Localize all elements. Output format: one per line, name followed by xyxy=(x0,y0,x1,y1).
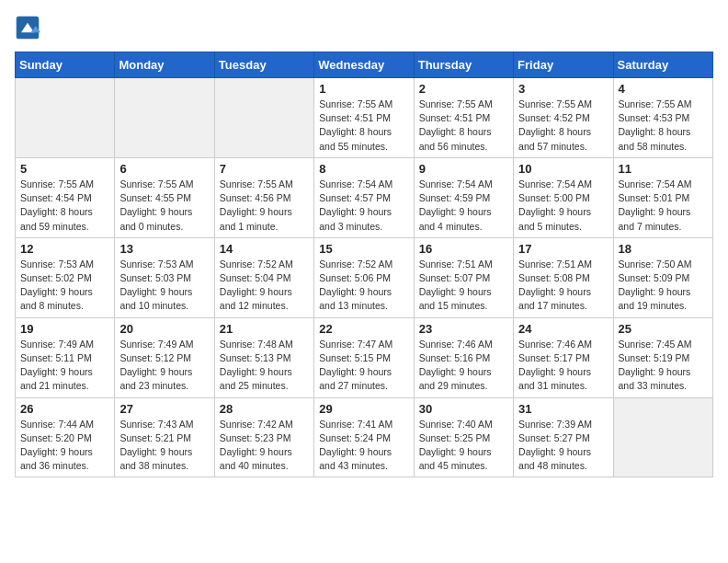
calendar-cell: 27Sunrise: 7:43 AM Sunset: 5:21 PM Dayli… xyxy=(115,397,214,477)
day-number: 15 xyxy=(319,242,408,256)
calendar-cell xyxy=(115,78,214,158)
day-number: 22 xyxy=(319,322,408,336)
col-header-monday: Monday xyxy=(115,52,214,78)
calendar-cell xyxy=(16,78,115,158)
calendar-cell: 14Sunrise: 7:52 AM Sunset: 5:04 PM Dayli… xyxy=(214,237,313,317)
day-info: Sunrise: 7:52 AM Sunset: 5:06 PM Dayligh… xyxy=(319,258,408,314)
calendar-cell xyxy=(214,78,313,158)
day-number: 29 xyxy=(319,402,408,416)
calendar-cell: 4Sunrise: 7:55 AM Sunset: 4:53 PM Daylig… xyxy=(613,78,712,158)
calendar-cell: 29Sunrise: 7:41 AM Sunset: 5:24 PM Dayli… xyxy=(314,397,414,477)
week-row-5: 26Sunrise: 7:44 AM Sunset: 5:20 PM Dayli… xyxy=(16,397,713,477)
calendar-table: SundayMondayTuesdayWednesdayThursdayFrid… xyxy=(15,52,713,477)
day-number: 3 xyxy=(518,82,608,96)
day-number: 6 xyxy=(119,162,209,176)
day-number: 2 xyxy=(419,82,508,96)
calendar-cell: 24Sunrise: 7:46 AM Sunset: 5:17 PM Dayli… xyxy=(514,317,613,397)
calendar-cell: 25Sunrise: 7:45 AM Sunset: 5:19 PM Dayli… xyxy=(613,317,712,397)
day-info: Sunrise: 7:53 AM Sunset: 5:03 PM Dayligh… xyxy=(119,258,209,314)
calendar-cell: 10Sunrise: 7:54 AM Sunset: 5:00 PM Dayli… xyxy=(514,157,613,237)
day-info: Sunrise: 7:41 AM Sunset: 5:24 PM Dayligh… xyxy=(319,418,408,474)
day-number: 8 xyxy=(319,162,408,176)
calendar-cell: 2Sunrise: 7:55 AM Sunset: 4:51 PM Daylig… xyxy=(414,78,513,158)
col-header-sunday: Sunday xyxy=(16,52,115,78)
day-number: 12 xyxy=(20,242,109,256)
day-number: 21 xyxy=(220,322,309,336)
day-number: 14 xyxy=(220,242,309,256)
calendar-cell: 5Sunrise: 7:55 AM Sunset: 4:54 PM Daylig… xyxy=(16,157,115,237)
logo-icon xyxy=(15,15,40,40)
calendar-header-row: SundayMondayTuesdayWednesdayThursdayFrid… xyxy=(16,52,713,78)
day-number: 26 xyxy=(20,402,109,416)
calendar-cell: 31Sunrise: 7:39 AM Sunset: 5:27 PM Dayli… xyxy=(514,397,613,477)
calendar-cell: 21Sunrise: 7:48 AM Sunset: 5:13 PM Dayli… xyxy=(214,317,313,397)
calendar-cell: 15Sunrise: 7:52 AM Sunset: 5:06 PM Dayli… xyxy=(314,237,414,317)
day-info: Sunrise: 7:40 AM Sunset: 5:25 PM Dayligh… xyxy=(419,418,508,474)
day-info: Sunrise: 7:53 AM Sunset: 5:02 PM Dayligh… xyxy=(20,258,109,314)
day-info: Sunrise: 7:49 AM Sunset: 5:11 PM Dayligh… xyxy=(20,338,109,394)
calendar-cell: 3Sunrise: 7:55 AM Sunset: 4:52 PM Daylig… xyxy=(514,78,613,158)
day-number: 11 xyxy=(619,162,708,176)
day-number: 23 xyxy=(419,322,508,336)
week-row-2: 5Sunrise: 7:55 AM Sunset: 4:54 PM Daylig… xyxy=(16,157,713,237)
page-header xyxy=(15,15,713,40)
calendar-cell: 17Sunrise: 7:51 AM Sunset: 5:08 PM Dayli… xyxy=(514,237,613,317)
calendar-cell: 30Sunrise: 7:40 AM Sunset: 5:25 PM Dayli… xyxy=(414,397,513,477)
day-number: 28 xyxy=(220,402,309,416)
day-info: Sunrise: 7:44 AM Sunset: 5:20 PM Dayligh… xyxy=(20,418,109,474)
day-info: Sunrise: 7:46 AM Sunset: 5:17 PM Dayligh… xyxy=(518,338,608,394)
day-info: Sunrise: 7:50 AM Sunset: 5:09 PM Dayligh… xyxy=(619,258,708,314)
day-number: 17 xyxy=(518,242,608,256)
col-header-wednesday: Wednesday xyxy=(314,52,414,78)
calendar-cell: 8Sunrise: 7:54 AM Sunset: 4:57 PM Daylig… xyxy=(314,157,414,237)
day-info: Sunrise: 7:54 AM Sunset: 5:00 PM Dayligh… xyxy=(518,178,608,234)
day-info: Sunrise: 7:55 AM Sunset: 4:51 PM Dayligh… xyxy=(419,98,508,154)
col-header-saturday: Saturday xyxy=(613,52,712,78)
calendar-cell: 26Sunrise: 7:44 AM Sunset: 5:20 PM Dayli… xyxy=(16,397,115,477)
day-number: 25 xyxy=(619,322,708,336)
day-number: 24 xyxy=(518,322,608,336)
calendar-cell: 1Sunrise: 7:55 AM Sunset: 4:51 PM Daylig… xyxy=(314,78,414,158)
col-header-thursday: Thursday xyxy=(414,52,513,78)
day-info: Sunrise: 7:48 AM Sunset: 5:13 PM Dayligh… xyxy=(220,338,309,394)
week-row-3: 12Sunrise: 7:53 AM Sunset: 5:02 PM Dayli… xyxy=(16,237,713,317)
calendar-cell: 18Sunrise: 7:50 AM Sunset: 5:09 PM Dayli… xyxy=(613,237,712,317)
day-number: 19 xyxy=(20,322,109,336)
day-info: Sunrise: 7:55 AM Sunset: 4:54 PM Dayligh… xyxy=(20,178,109,234)
col-header-tuesday: Tuesday xyxy=(214,52,313,78)
day-number: 16 xyxy=(419,242,508,256)
day-number: 7 xyxy=(220,162,309,176)
day-info: Sunrise: 7:42 AM Sunset: 5:23 PM Dayligh… xyxy=(220,418,309,474)
day-number: 4 xyxy=(619,82,708,96)
week-row-4: 19Sunrise: 7:49 AM Sunset: 5:11 PM Dayli… xyxy=(16,317,713,397)
calendar-cell: 13Sunrise: 7:53 AM Sunset: 5:03 PM Dayli… xyxy=(115,237,214,317)
day-info: Sunrise: 7:52 AM Sunset: 5:04 PM Dayligh… xyxy=(220,258,309,314)
day-info: Sunrise: 7:55 AM Sunset: 4:55 PM Dayligh… xyxy=(119,178,209,234)
day-info: Sunrise: 7:51 AM Sunset: 5:08 PM Dayligh… xyxy=(518,258,608,314)
day-info: Sunrise: 7:54 AM Sunset: 4:59 PM Dayligh… xyxy=(419,178,508,234)
col-header-friday: Friday xyxy=(514,52,613,78)
calendar-cell: 6Sunrise: 7:55 AM Sunset: 4:55 PM Daylig… xyxy=(115,157,214,237)
day-info: Sunrise: 7:55 AM Sunset: 4:51 PM Dayligh… xyxy=(319,98,408,154)
day-number: 30 xyxy=(419,402,508,416)
calendar-cell xyxy=(613,397,712,477)
calendar-cell: 20Sunrise: 7:49 AM Sunset: 5:12 PM Dayli… xyxy=(115,317,214,397)
day-number: 20 xyxy=(119,322,209,336)
calendar-cell: 9Sunrise: 7:54 AM Sunset: 4:59 PM Daylig… xyxy=(414,157,513,237)
day-info: Sunrise: 7:51 AM Sunset: 5:07 PM Dayligh… xyxy=(419,258,508,314)
day-number: 31 xyxy=(518,402,608,416)
calendar-cell: 19Sunrise: 7:49 AM Sunset: 5:11 PM Dayli… xyxy=(16,317,115,397)
day-info: Sunrise: 7:47 AM Sunset: 5:15 PM Dayligh… xyxy=(319,338,408,394)
calendar-cell: 16Sunrise: 7:51 AM Sunset: 5:07 PM Dayli… xyxy=(414,237,513,317)
day-info: Sunrise: 7:55 AM Sunset: 4:53 PM Dayligh… xyxy=(619,98,708,154)
day-number: 13 xyxy=(119,242,209,256)
day-number: 10 xyxy=(518,162,608,176)
day-info: Sunrise: 7:54 AM Sunset: 5:01 PM Dayligh… xyxy=(619,178,708,234)
day-number: 9 xyxy=(419,162,508,176)
calendar-cell: 28Sunrise: 7:42 AM Sunset: 5:23 PM Dayli… xyxy=(214,397,313,477)
day-info: Sunrise: 7:43 AM Sunset: 5:21 PM Dayligh… xyxy=(119,418,209,474)
day-info: Sunrise: 7:55 AM Sunset: 4:52 PM Dayligh… xyxy=(518,98,608,154)
calendar-cell: 22Sunrise: 7:47 AM Sunset: 5:15 PM Dayli… xyxy=(314,317,414,397)
day-number: 5 xyxy=(20,162,109,176)
day-number: 1 xyxy=(319,82,408,96)
